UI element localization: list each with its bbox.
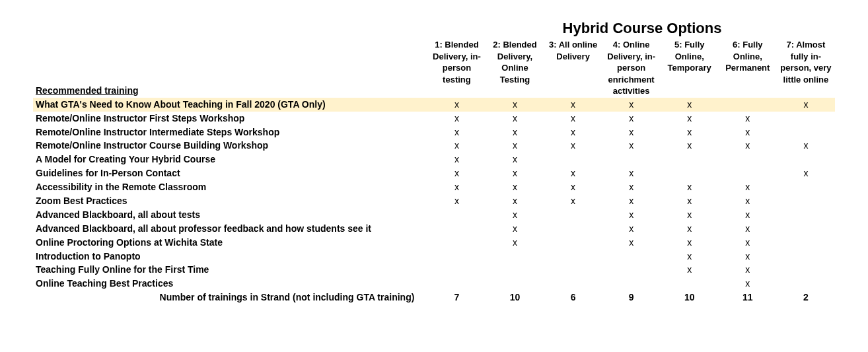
col-header-3: 3: All online Delivery xyxy=(544,38,602,98)
totals-cell: 10 xyxy=(486,291,544,304)
cell: x xyxy=(544,194,602,208)
cell: x xyxy=(719,277,777,291)
cell xyxy=(544,277,602,291)
row-label: What GTA's Need to Know About Teaching i… xyxy=(33,98,427,112)
row-label: Zoom Best Practices xyxy=(33,194,427,208)
cell: x xyxy=(602,166,661,180)
row-label: Accessibility in the Remote Classroom xyxy=(33,180,427,194)
cell: x xyxy=(602,236,661,250)
cell: x xyxy=(486,208,544,222)
cell xyxy=(777,153,835,166)
totals-cell: 6 xyxy=(544,291,602,304)
cell: x xyxy=(427,180,486,194)
cell xyxy=(544,222,602,236)
cell xyxy=(719,153,777,166)
cell: x xyxy=(661,125,719,139)
cell: x xyxy=(777,98,835,112)
cell: x xyxy=(719,180,777,194)
cell: x xyxy=(486,153,544,166)
cell xyxy=(661,166,719,180)
cell: x xyxy=(427,112,486,125)
row-label: Advanced Blackboard, all about professor… xyxy=(33,222,427,236)
table-row: Zoom Best Practicesxxxxxx xyxy=(33,194,835,208)
cell xyxy=(777,112,835,125)
col-header-6: 6: Fully Online, Permanent xyxy=(719,38,777,98)
table-row: Teaching Fully Online for the First Time… xyxy=(33,263,835,277)
row-label: Guidelines for In-Person Contact xyxy=(33,166,427,180)
cell: x xyxy=(719,208,777,222)
cell xyxy=(544,208,602,222)
cell: x xyxy=(427,153,486,166)
row-label: Remote/Online Instructor Course Building… xyxy=(33,139,427,153)
cell xyxy=(777,208,835,222)
table-row: Online Proctoring Options at Wichita Sta… xyxy=(33,236,835,250)
cell: x xyxy=(544,166,602,180)
cell xyxy=(661,153,719,166)
cell: x xyxy=(544,98,602,112)
cell: x xyxy=(719,139,777,153)
cell: x xyxy=(486,125,544,139)
cell: x xyxy=(602,112,661,125)
row-label: Online Teaching Best Practices xyxy=(33,277,427,291)
cell: x xyxy=(777,139,835,153)
cell xyxy=(777,277,835,291)
cell xyxy=(661,277,719,291)
cell xyxy=(602,277,661,291)
super-header: Hybrid Course Options xyxy=(449,20,835,37)
cell: x xyxy=(544,125,602,139)
cell xyxy=(777,125,835,139)
cell xyxy=(427,236,486,250)
row-label: Advanced Blackboard, all about tests xyxy=(33,208,427,222)
row-label: A Model for Creating Your Hybrid Course xyxy=(33,153,427,166)
cell xyxy=(777,263,835,277)
cell: x xyxy=(486,112,544,125)
table-row: Advanced Blackboard, all about testsxxxx xyxy=(33,208,835,222)
cell: x xyxy=(602,98,661,112)
table-row: Advanced Blackboard, all about professor… xyxy=(33,222,835,236)
cell: x xyxy=(661,194,719,208)
table-row: Remote/Online Instructor First Steps Wor… xyxy=(33,112,835,125)
cell xyxy=(427,222,486,236)
cell xyxy=(427,277,486,291)
table-row: Accessibility in the Remote Classroomxxx… xyxy=(33,180,835,194)
row-label: Introduction to Panopto xyxy=(33,250,427,264)
cell xyxy=(486,277,544,291)
cell: x xyxy=(661,250,719,264)
cell xyxy=(602,263,661,277)
cell: x xyxy=(602,222,661,236)
cell: x xyxy=(661,208,719,222)
table-body: What GTA's Need to Know About Teaching i… xyxy=(33,98,835,304)
cell xyxy=(486,250,544,264)
row-label: Online Proctoring Options at Wichita Sta… xyxy=(33,236,427,250)
col-header-4: 4: Online Delivery, in-person enrichment… xyxy=(602,38,661,98)
table-row: Online Teaching Best Practicesx xyxy=(33,277,835,291)
cell: x xyxy=(719,112,777,125)
cell: x xyxy=(602,208,661,222)
cell xyxy=(544,153,602,166)
cell: x xyxy=(427,166,486,180)
table-row: Remote/Online Instructor Intermediate St… xyxy=(33,125,835,139)
row-label: Teaching Fully Online for the First Time xyxy=(33,263,427,277)
col-header-1: 1: Blended Delivery, in-person testing xyxy=(427,38,486,98)
totals-cell: 10 xyxy=(661,291,719,304)
cell: x xyxy=(427,194,486,208)
totals-cell: 2 xyxy=(777,291,835,304)
cell xyxy=(544,250,602,264)
cell: x xyxy=(486,180,544,194)
cell xyxy=(486,263,544,277)
row-label: Remote/Online Instructor First Steps Wor… xyxy=(33,112,427,125)
training-matrix-table: Recommended training 1: Blended Delivery… xyxy=(33,38,835,304)
totals-cell: 11 xyxy=(719,291,777,304)
cell: x xyxy=(486,222,544,236)
cell: x xyxy=(719,194,777,208)
cell: x xyxy=(661,98,719,112)
cell: x xyxy=(661,139,719,153)
totals-row: Number of trainings in Strand (not inclu… xyxy=(33,291,835,304)
cell xyxy=(719,98,777,112)
cell: x xyxy=(427,139,486,153)
cell: x xyxy=(602,194,661,208)
cell xyxy=(427,263,486,277)
cell xyxy=(777,250,835,264)
section-title: Recommended training xyxy=(33,38,427,98)
cell: x xyxy=(602,180,661,194)
